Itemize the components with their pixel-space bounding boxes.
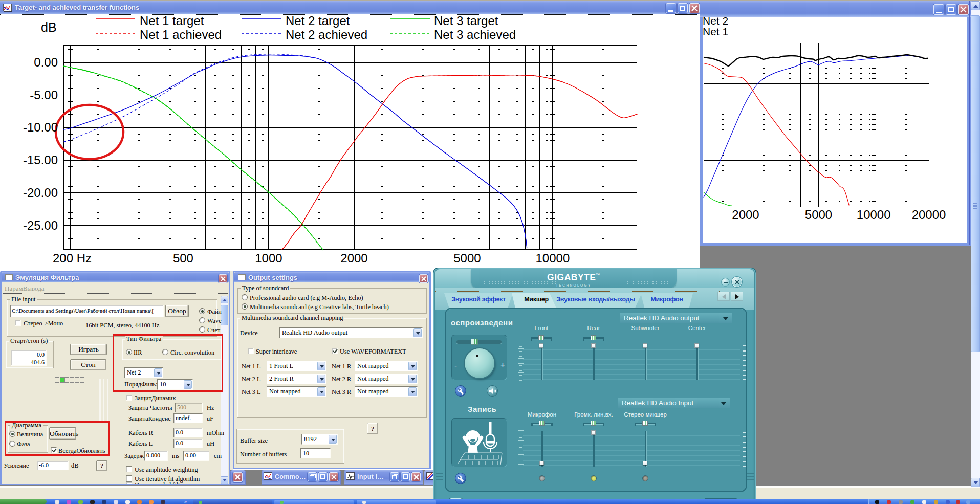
- svg-text:Net 2 target: Net 2 target: [286, 14, 350, 28]
- svg-text:2000: 2000: [732, 208, 759, 222]
- svg-text:-5.00: -5.00: [30, 88, 58, 102]
- svg-text:10000: 10000: [536, 251, 570, 265]
- svg-text:-25.00: -25.00: [23, 218, 58, 232]
- svg-text:200 Hz: 200 Hz: [53, 251, 92, 265]
- svg-text:0.00: 0.00: [34, 55, 58, 69]
- svg-text:-15.00: -15.00: [23, 153, 58, 167]
- svg-text:5000: 5000: [453, 251, 481, 265]
- svg-text:1000: 1000: [255, 251, 282, 265]
- svg-text:Net 1 achieved: Net 1 achieved: [140, 28, 222, 41]
- svg-text:Net 1: Net 1: [703, 26, 728, 37]
- svg-text:Net 3 achieved: Net 3 achieved: [434, 28, 516, 41]
- svg-text:2000: 2000: [340, 251, 367, 265]
- svg-text:Net 3 target: Net 3 target: [434, 14, 498, 28]
- svg-text:-10.00: -10.00: [23, 120, 58, 134]
- svg-text:Net 1 target: Net 1 target: [140, 14, 204, 28]
- svg-text:20000: 20000: [912, 208, 946, 222]
- svg-text:5000: 5000: [805, 208, 832, 222]
- svg-text:-20.00: -20.00: [23, 186, 58, 200]
- svg-text:dB: dB: [41, 20, 57, 34]
- svg-text:500: 500: [173, 251, 193, 265]
- svg-text:10000: 10000: [857, 208, 891, 222]
- svg-text:Net 2 achieved: Net 2 achieved: [286, 28, 367, 41]
